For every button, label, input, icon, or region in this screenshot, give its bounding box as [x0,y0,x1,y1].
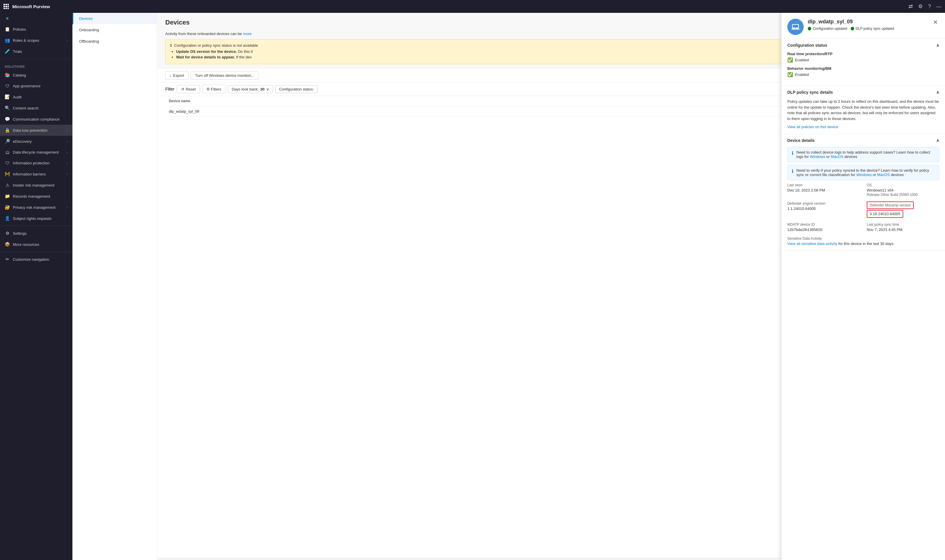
sidebar-item-information-barriers[interactable]: 🚧 Information barriers › [0,168,72,180]
sidebar-item-subject-rights[interactable]: 👤 Subject rights requests [0,213,72,224]
defender-mocamp-cell: Defender Mocamp version 4.18.24010.64005 [867,202,939,218]
barriers-icon: 🚧 [5,171,10,177]
ediscovery-icon: 🔎 [5,139,10,144]
app-title: Microsoft Purview [12,4,908,9]
subnav-item-offboarding[interactable]: Offboarding [72,35,157,47]
turn-off-button[interactable]: Turn off Windows device monitori... [191,71,259,80]
device-details-header[interactable]: Device details [782,134,945,147]
last-seen-cell: Last seen Dec 18, 2023 2:08 PM [787,183,860,197]
svg-rect-7 [6,8,7,9]
rtp-value: ✅ Enabled [787,57,939,63]
green-dot-icon [808,27,811,30]
sidebar-item-more-resources[interactable]: 📦 More resources [0,239,72,250]
sidebar-item-communication-compliance[interactable]: 💬 Communication compliance [0,114,72,125]
customize-icon: ✏ [5,257,10,262]
sidebar-item-content-search[interactable]: 🔍 Content search [0,103,72,114]
settings-icon: ⚙ [5,231,10,236]
help-icon[interactable]: ? [928,3,931,10]
highlighted-label: Defender Mocamp version [867,202,914,209]
days-lookback-filter[interactable]: Days look back: 30 ∨ [228,85,273,93]
sidebar-item-app-governance[interactable]: 🛡 App governance [0,81,72,91]
macos-sync-link[interactable]: MacOS [877,172,890,177]
sidebar-item-ediscovery[interactable]: 🔎 eDiscovery › [0,136,72,147]
info-icon: ℹ [792,168,793,174]
sidebar-item-roles-scopes[interactable]: 👥 Roles & scopes › [0,35,72,46]
sidebar-item-data-lifecycle[interactable]: 🗂 Data lifecycle management › [0,147,72,158]
sidebar-item-data-loss-prevention[interactable]: 🔒 Data loss prevention › [0,125,72,136]
topbar-icons: ⇄ ⚙ ? — [908,3,942,10]
view-sensitive-data-link[interactable]: View all sensitive data activity [787,242,837,246]
records-icon: 📁 [5,194,10,199]
chevron-down-icon: › [66,172,68,176]
bm-field: Behavior monitoring/BM ✅ Enabled [787,66,939,77]
macos-logs-link[interactable]: MacOS [831,154,843,159]
svg-rect-5 [8,6,9,7]
rtp-field: Real time protection/RTP ✅ Enabled [787,52,939,63]
subnav-item-devices[interactable]: Devices [72,13,157,24]
subnav-item-onboarding[interactable]: Onboarding [72,24,157,35]
info-protection-icon: 🛡 [5,161,10,166]
sidebar-item-collapse[interactable]: ≡ [0,13,72,24]
share-icon[interactable]: ⇄ [908,3,913,10]
sidebar-item-customize-navigation[interactable]: ✏ Customize navigation [0,254,72,265]
windows-sync-link[interactable]: Windows [856,172,872,177]
solutions-label: Solutions [0,61,72,69]
check-icon: ✅ [787,72,793,77]
config-status-header[interactable]: Configuration status [782,39,945,52]
filter-label: Filter [165,87,174,91]
more-resources-icon: 📦 [5,242,10,247]
svg-rect-2 [8,4,9,5]
warning-icon: ℹ [170,43,172,48]
info-icon: ℹ [792,150,793,156]
sidebar-item-policies[interactable]: 📋 Policies [0,24,72,35]
minimize-icon[interactable]: — [936,3,942,10]
svg-rect-4 [6,6,7,7]
settings-icon[interactable]: ⚙ [918,3,923,10]
chevron-down-icon: ∨ [266,87,269,91]
reset-icon: ↺ [181,87,184,91]
trials-icon: 🧪 [5,49,10,54]
svg-rect-6 [3,8,5,9]
sidebar-item-audit[interactable]: 📝 Audit [0,91,72,103]
sensitive-data-cell: Sensitive Data Activity View all sensiti… [787,237,939,246]
chevron-down-icon: › [66,128,68,132]
sidebar-item-privacy-risk[interactable]: 🔐 Privacy risk management › [0,202,72,213]
svg-rect-8 [8,8,9,9]
content-search-icon: 🔍 [5,105,10,111]
dlp-sync-content: Policy updates can take up to 2 hours to… [782,99,945,134]
reset-button[interactable]: ↺ Reset [177,85,200,94]
lifecycle-icon: 🗂 [5,150,10,155]
sidebar-item-settings[interactable]: ⚙ Settings [0,228,72,239]
export-button[interactable]: ↓ Export [165,71,188,80]
view-all-policies-link[interactable]: View all policies on this device [787,125,839,129]
insider-risk-icon: ⚠ [5,183,10,188]
description-more-link[interactable]: more [243,32,252,36]
windows-logs-link[interactable]: Windows [810,154,825,159]
device-details-grid: Last seen Dec 18, 2023 2:08 PM OS Window… [787,183,939,246]
config-status-section: Configuration status Real time protectio… [782,39,945,86]
panel-title-area: dlp_wdatp_syl_09 Configuration updated D… [808,19,928,31]
panel-badges: Configuration updated DLP policy sync up… [808,26,928,31]
device-details-content: ℹ Need to collect device logs to help ad… [782,147,945,251]
waffle-menu[interactable] [3,4,9,9]
dlp-sync-header[interactable]: DLP policy sync details [782,86,945,99]
filters-button[interactable]: ⧉ Filters [202,85,225,94]
privacy-icon: 🔐 [5,205,10,210]
sidebar-item-trials[interactable]: 🧪 Trials [0,46,72,57]
config-status-filter[interactable]: Configuration status: [275,85,318,93]
export-icon: ↓ [170,73,172,78]
chevron-up-icon [936,43,939,48]
close-button[interactable]: ✕ [932,19,939,26]
laptop-icon [791,23,800,31]
sidebar-item-insider-risk[interactable]: ⚠ Insider risk management [0,180,72,191]
device-details-section: Device details ℹ Need to collect device … [782,134,945,251]
filter-icon: ⧉ [207,87,209,91]
sidebar-item-records-management[interactable]: 📁 Records management [0,191,72,202]
chevron-down-icon: › [66,151,68,154]
chevron-down-icon: › [66,38,68,42]
catalog-icon: 📚 [5,72,10,78]
dlp-icon: 🔒 [5,128,10,133]
sidebar-item-information-protection[interactable]: 🛡 Information protection › [0,158,72,168]
panel-header: dlp_wdatp_syl_09 Configuration updated D… [782,13,945,39]
sidebar-item-catalog[interactable]: 📚 Catalog [0,69,72,81]
